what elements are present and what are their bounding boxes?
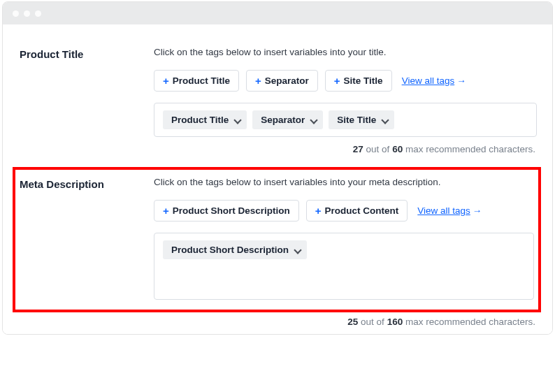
variable-chip[interactable]: Separator [252,110,323,129]
count-text: max recommended characters. [405,317,535,327]
section-label-col: Product Title [20,47,154,154]
count-max: 160 [387,317,403,327]
tag-label: Product Content [325,205,399,216]
content-area: Product Title Click on the tags below to… [3,24,552,334]
view-all-tags-link[interactable]: View all tags→ [402,75,466,86]
chevron-down-icon [382,117,389,124]
plus-icon: + [315,205,322,216]
plus-icon: + [163,205,169,216]
chevron-down-icon [234,117,241,124]
hint-text: Click on the tags below to insert variab… [154,177,534,187]
chip-label: Separator [261,115,305,125]
section-field-col: Click on the tags below to insert variab… [154,177,534,300]
arrow-right-icon: → [456,75,466,86]
meta-input-box[interactable]: Product Short Description [154,233,534,300]
window-dot [13,10,19,17]
variable-chip[interactable]: Product Title [163,110,247,129]
arrow-right-icon: → [473,205,482,216]
link-label: View all tags [402,75,455,86]
chip-label: Product Short Description [171,245,289,255]
plus-icon: + [163,75,169,86]
hint-text: Click on the tags below to insert variab… [154,47,537,57]
variable-chip[interactable]: Product Short Description [163,240,307,259]
window-dot [24,10,30,17]
count-current: 25 [347,317,358,327]
insert-tag-button[interactable]: + Site Title [325,70,392,92]
section-meta-description: Meta Description Click on the tags below… [13,167,541,312]
section-title: Meta Description [20,178,154,190]
insert-tag-button[interactable]: + Product Title [154,70,239,92]
insert-tag-button[interactable]: + Separator [246,70,318,92]
count-current: 27 [353,144,363,154]
section-product-title: Product Title Click on the tags below to… [20,37,537,167]
tag-button-row: + Product Title + Separator + Site Title… [154,70,537,92]
char-counter: 25 out of 160 max recommended characters… [20,317,537,327]
tag-label: Site Title [344,75,383,86]
link-label: View all tags [417,205,470,216]
tag-label: Product Title [173,75,230,86]
tag-label: Separator [265,75,309,86]
variable-chip[interactable]: Site Title [329,110,394,129]
plus-icon: + [334,75,340,86]
count-text: out of [361,317,384,327]
view-all-tags-link[interactable]: View all tags→ [417,205,482,216]
count-text: max recommended characters. [405,144,535,154]
section-field-col: Click on the tags below to insert variab… [154,47,537,154]
window-titlebar [3,2,552,24]
tag-button-row: + Product Short Description + Product Co… [154,200,534,222]
section-label-col: Meta Description [20,177,154,300]
section-title: Product Title [20,48,154,60]
chip-label: Product Title [171,115,229,125]
app-window: Product Title Click on the tags below to… [2,1,553,335]
insert-tag-button[interactable]: + Product Content [306,200,408,222]
count-text: out of [366,144,390,154]
chevron-down-icon [294,247,301,254]
insert-tag-button[interactable]: + Product Short Description [154,200,299,222]
window-dot [35,10,41,17]
chevron-down-icon [310,117,317,124]
chip-label: Site Title [337,115,376,125]
count-max: 60 [392,144,403,154]
tag-label: Product Short Description [173,205,290,216]
plus-icon: + [255,75,261,86]
title-input-box[interactable]: Product Title Separator Site Title [154,103,537,137]
char-counter: 27 out of 60 max recommended characters. [154,144,537,154]
